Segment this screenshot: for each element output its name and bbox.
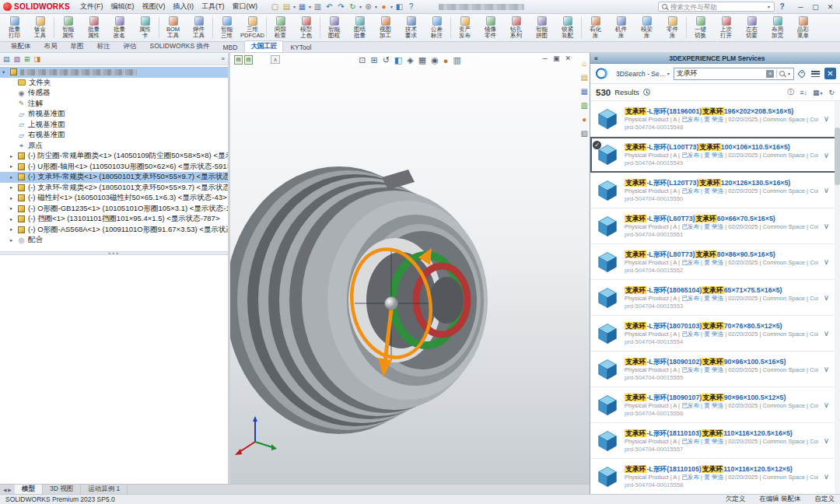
menu-item[interactable]: 文件(F) xyxy=(76,1,107,12)
result-row[interactable]: 支承环-L形环(18090102)支承环90×96×100.5×16×5)Phy… xyxy=(590,352,840,387)
ribbon-button-10[interactable]: 三维PDFCAD xyxy=(240,15,265,40)
info-icon[interactable]: ⓘ xyxy=(787,87,794,97)
redo-icon[interactable]: ↷ xyxy=(335,2,347,12)
rebuild-icon-caret[interactable]: ▾ xyxy=(359,4,362,9)
tree-item[interactable]: ▾ xyxy=(0,67,228,78)
chevron-down-icon[interactable]: ∨ xyxy=(824,151,829,159)
graphics-viewport[interactable]: ▤ ▤ ∧ ⊡⊞↺◧◈▦◉●▥ ─ ▣ ✕ ⌂▤▦▥●▧ xyxy=(230,53,590,484)
view-orientation-icon[interactable]: ◈ xyxy=(407,55,413,65)
chevron-down-icon[interactable]: ∨ xyxy=(824,329,829,338)
ribbon-button-31[interactable]: 晶彩菜单 xyxy=(790,15,816,40)
ribbon-button-22[interactable]: 锁紧装配 xyxy=(555,15,580,40)
chevron-down-icon[interactable]: ∨ xyxy=(824,186,829,194)
ribbon-button-13[interactable]: 智能图框 xyxy=(321,15,347,40)
ribbon-button-24[interactable]: 机件库 xyxy=(608,15,634,40)
tree-item[interactable]: ⌖原点 xyxy=(0,141,228,152)
doc-minimize-icon[interactable]: ─ xyxy=(543,54,548,62)
document-tab-icon[interactable]: ▤ xyxy=(234,55,243,65)
zoom-area-icon[interactable]: ⊞ xyxy=(370,55,377,65)
menu-item[interactable]: 工具(T) xyxy=(198,1,229,12)
plm-search-box[interactable]: × ▾ xyxy=(674,68,794,80)
tab-scroll-arrows[interactable]: ◀ ▶ xyxy=(0,487,15,492)
result-row[interactable]: 支承环-L形环(18110103)支承环110×116×120.5×16×5)P… xyxy=(590,423,840,459)
result-row[interactable]: 支承环-L形环(18090107)支承环90×96×100.5×12×5)Phy… xyxy=(590,387,840,423)
ribbon-button-21[interactable]: 智能拼图 xyxy=(529,15,555,40)
ribbon-button-1[interactable]: 批量打印 xyxy=(2,15,27,40)
tag-icon[interactable] xyxy=(797,69,806,78)
tree-item[interactable]: ◉传感器 xyxy=(0,88,228,99)
edit-appearance-icon[interactable]: ● xyxy=(443,56,449,65)
result-row[interactable]: 支承环-L形环(18196001)支承环196×202×208.5×16×5)P… xyxy=(590,101,840,137)
expander-icon[interactable]: ▸ xyxy=(10,163,17,170)
chevron-down-icon[interactable]: ∨ xyxy=(824,114,829,123)
properties-icon[interactable]: ▧ xyxy=(581,129,588,138)
appearances-icon[interactable]: ● xyxy=(582,115,586,124)
tab-评估[interactable]: 评估 xyxy=(117,40,143,52)
ribbon-button-25[interactable]: 模架库 xyxy=(634,15,660,40)
expander-icon[interactable]: ▸ xyxy=(10,205,17,212)
ribbon-button-29[interactable]: 左右切窗 xyxy=(739,15,765,40)
section-view-icon[interactable]: ◧ xyxy=(394,2,405,12)
close-button[interactable]: ✕ xyxy=(824,2,837,12)
ribbon-button-19[interactable]: 镜像零件 xyxy=(478,15,503,40)
doc-restore-icon[interactable]: ▣ xyxy=(553,54,560,62)
result-row[interactable]: 支承环-L形环(L120T73)支承环120×126×130.5×16×5)Ph… xyxy=(590,173,840,208)
settings-icon[interactable]: ⊛ xyxy=(362,2,374,12)
result-row[interactable]: 支承环-L形环(18070103)支承环70×76×80.5×12×5)Phys… xyxy=(590,316,840,352)
chevron-down-icon[interactable]: ∨ xyxy=(824,436,829,445)
panel-splitter-handle[interactable]: ●●● xyxy=(0,251,228,255)
ribbon-button-26[interactable]: 零件库 xyxy=(660,15,685,40)
home-icon[interactable]: ⌂ xyxy=(582,59,586,68)
chevron-down-icon[interactable]: ∨ xyxy=(824,293,829,302)
ribbon-button-14[interactable]: 图纸批量 xyxy=(347,15,373,40)
ribbon-button-12[interactable]: 模型上色 xyxy=(293,15,319,40)
tree-item[interactable]: ▸(-) 防尘圈-常规单圈类<1> (14050109防尘圈50×58×5×8)… xyxy=(0,151,228,162)
chevron-down-icon[interactable]: ∨ xyxy=(824,222,829,230)
expander-icon[interactable]: ▸ xyxy=(10,226,17,233)
tree-item[interactable]: ▸(-) 支承环-常规类<1> (18050101支承环50×55×9.7) <… xyxy=(0,172,228,183)
tree-item[interactable]: ▸◎配合 xyxy=(0,235,228,246)
chevron-down-icon[interactable]: ∨ xyxy=(824,365,829,373)
ribbon-button-3[interactable]: 智能属性 xyxy=(55,15,81,40)
tree-item[interactable]: ✎注解 xyxy=(0,99,228,110)
ribbon-button-7[interactable]: BOM工具 xyxy=(160,15,186,40)
settings-icon-caret[interactable]: ▾ xyxy=(375,4,377,9)
chevron-down-icon[interactable]: ∨ xyxy=(824,401,829,409)
tab-SOLIDWORKS 插件[interactable]: SOLIDWORKS 插件 xyxy=(144,40,216,52)
expander-icon[interactable]: ▸ xyxy=(10,237,17,243)
app-search-box[interactable]: ▾ xyxy=(658,2,775,12)
property-tab-icon[interactable]: ▧ xyxy=(14,55,21,63)
result-row[interactable]: ✓支承环-L形环(L100T73)支承环100×106×110.5×16×5)P… xyxy=(590,137,840,173)
chevron-down-icon[interactable]: ∨ xyxy=(824,472,829,481)
scene-icon[interactable]: ▥ xyxy=(453,55,460,65)
ribbon-button-6[interactable]: 属性卡 xyxy=(132,15,158,40)
appearance-icon[interactable]: ● xyxy=(378,2,390,12)
results-scrollbar[interactable] xyxy=(835,101,840,494)
tab-草图[interactable]: 草图 xyxy=(65,40,90,52)
print-icon[interactable]: ▥ xyxy=(312,2,324,12)
menu-item[interactable]: 窗口(W) xyxy=(228,1,261,12)
expander-icon[interactable]: ▸ xyxy=(10,153,17,159)
restore-button[interactable]: ▢ xyxy=(809,2,822,12)
ribbon-button-2[interactable]: 钣金工具 xyxy=(27,15,53,40)
tree-item[interactable]: ▸(-) 支承环-常规类<2> (18050101支承环50×55×9.7) <… xyxy=(0,183,228,194)
open-icon-caret[interactable]: ▾ xyxy=(293,4,296,9)
ribbon-button-5[interactable]: 批量改名 xyxy=(107,15,132,40)
display-manager-icon[interactable]: ◨ xyxy=(34,55,41,63)
ribbon-button-16[interactable]: 技术要求 xyxy=(398,15,424,40)
file-explorer-icon[interactable]: ▦ xyxy=(581,87,588,96)
close-panel-button[interactable]: ✕ xyxy=(824,68,836,79)
panel-menu-icon[interactable] xyxy=(811,71,820,77)
chevron-down-icon[interactable]: ▾ xyxy=(788,71,790,76)
rebuild-icon[interactable]: ↻ xyxy=(347,2,359,12)
hide-show-icon[interactable]: ◉ xyxy=(431,55,439,65)
search-icon[interactable] xyxy=(779,71,785,76)
ribbon-button-27[interactable]: 一键切换 xyxy=(688,15,713,40)
plm-search-input[interactable] xyxy=(677,70,764,78)
feature-tree-tab-icon[interactable]: ▤ xyxy=(3,55,10,63)
tree-item[interactable]: ▱右视基准面 xyxy=(0,130,228,141)
expander-icon[interactable]: ▸ xyxy=(10,195,17,201)
section-view-icon[interactable]: ◧ xyxy=(394,55,402,65)
help-icon[interactable]: ? xyxy=(776,2,788,12)
expander-icon[interactable]: ▾ xyxy=(2,69,9,75)
